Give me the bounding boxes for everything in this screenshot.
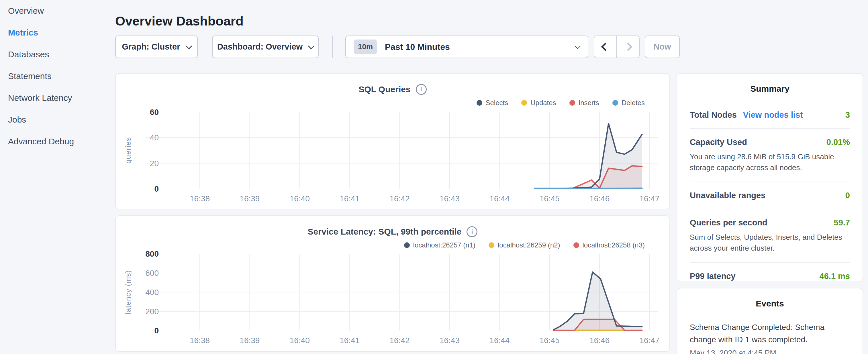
dashboard-dropdown-label: Dashboard: Overview — [217, 42, 303, 52]
svg-text:16:39: 16:39 — [240, 336, 260, 345]
event-item: Schema Change Completed: Schema change w… — [690, 321, 850, 354]
graph-dropdown[interactable]: Graph: Cluster — [115, 35, 198, 58]
svg-text:60: 60 — [150, 108, 159, 117]
stat-value: 0.01% — [827, 137, 850, 147]
svg-text:16:46: 16:46 — [589, 194, 610, 203]
svg-text:16:42: 16:42 — [390, 336, 410, 345]
svg-text:16:47: 16:47 — [640, 336, 660, 345]
stat-description: You are using 28.6 MiB of 515.9 GiB usab… — [690, 152, 850, 173]
stat-label: Queries per second — [690, 218, 767, 227]
time-step-buttons — [594, 35, 640, 58]
graph-dropdown-label: Graph: Cluster — [122, 42, 180, 52]
stat-value: 46.1 ms — [819, 271, 850, 281]
next-time-button[interactable] — [617, 35, 640, 58]
divider — [690, 182, 850, 182]
svg-text:200: 200 — [145, 307, 159, 316]
svg-text:16:45: 16:45 — [539, 194, 560, 203]
summary-card: Summary Total NodesView nodes list3Capac… — [677, 73, 863, 282]
summary-title: Summary — [690, 84, 850, 94]
svg-text:16:45: 16:45 — [539, 336, 560, 345]
sidebar-item-network-latency[interactable]: Network Latency — [8, 87, 111, 109]
stat-description: Sum of Selects, Updates, Inserts, and De… — [690, 232, 850, 254]
svg-text:16:38: 16:38 — [190, 194, 210, 203]
svg-text:400: 400 — [145, 288, 159, 297]
svg-text:16:43: 16:43 — [440, 194, 460, 203]
svg-text:16:47: 16:47 — [640, 194, 660, 203]
svg-text:16:41: 16:41 — [340, 336, 360, 345]
events-card: Events Schema Change Completed: Schema c… — [677, 288, 863, 354]
svg-text:16:40: 16:40 — [290, 336, 310, 345]
event-message: Schema Change Completed: Schema change w… — [690, 321, 850, 346]
sidebar-item-databases[interactable]: Databases — [8, 43, 111, 65]
svg-text:600: 600 — [145, 269, 159, 278]
svg-text:16:44: 16:44 — [490, 194, 509, 203]
events-title: Events — [690, 299, 850, 309]
now-button[interactable]: Now — [645, 35, 680, 58]
chevron-down-icon — [575, 43, 581, 49]
divider — [690, 209, 850, 210]
svg-text:16:40: 16:40 — [290, 194, 310, 203]
stat-label: Capacity Used — [690, 137, 747, 147]
stat-value: 59.7 — [834, 218, 850, 227]
svg-text:40: 40 — [150, 133, 159, 142]
summary-row-unavailable-ranges: Unavailable ranges0 — [690, 191, 850, 200]
svg-text:16:43: 16:43 — [440, 336, 460, 345]
svg-text:queries: queries — [124, 137, 132, 164]
summary-row-p99-latency: P99 latency46.1 ms — [690, 271, 850, 281]
chevron-right-icon — [624, 43, 632, 51]
sidebar: OverviewMetricsDatabasesStatementsNetwor… — [8, 0, 111, 152]
chart-card-sql-queries: SQL Queries i SelectsUpdatesInsertsDelet… — [115, 73, 670, 210]
sidebar-item-advanced-debug[interactable]: Advanced Debug — [8, 131, 111, 152]
sidebar-item-jobs[interactable]: Jobs — [8, 109, 111, 131]
time-range-label: Past 10 Minutes — [385, 42, 569, 52]
sidebar-item-overview[interactable]: Overview — [8, 0, 111, 22]
stat-label: Total Nodes — [690, 110, 737, 120]
stat-label: Unavailable ranges — [690, 191, 766, 200]
view-nodes-list-link[interactable]: View nodes list — [743, 110, 803, 120]
summary-row-capacity-used: Capacity Used0.01% — [690, 137, 850, 147]
svg-text:16:39: 16:39 — [240, 194, 260, 203]
svg-text:latency (ms): latency (ms) — [124, 270, 132, 314]
stat-label: P99 latency — [690, 271, 736, 281]
chart-card-service-latency: Service Latency: SQL, 99th percentile i … — [115, 215, 670, 352]
svg-text:800: 800 — [145, 250, 159, 258]
svg-text:16:42: 16:42 — [390, 194, 410, 203]
stat-value: 0 — [845, 191, 850, 200]
sql-queries-chart: 16:3816:3916:4016:4116:4216:4316:4416:45… — [116, 74, 670, 209]
sidebar-item-metrics[interactable]: Metrics — [8, 22, 111, 43]
divider — [690, 128, 850, 129]
sidebar-item-statements[interactable]: Statements — [8, 65, 111, 87]
svg-text:0: 0 — [154, 326, 159, 335]
svg-text:0: 0 — [154, 185, 159, 193]
time-range-dropdown[interactable]: 10m Past 10 Minutes — [345, 35, 588, 58]
stat-value: 3 — [845, 110, 850, 120]
dashboard-dropdown[interactable]: Dashboard: Overview — [212, 35, 319, 58]
chevron-left-icon — [601, 43, 610, 51]
time-range-badge: 10m — [354, 39, 377, 54]
controls-divider — [333, 35, 333, 58]
summary-row-total-nodes: Total NodesView nodes list3 — [690, 110, 850, 120]
svg-text:16:38: 16:38 — [190, 336, 210, 345]
page-title: Overview Dashboard — [115, 14, 244, 29]
svg-text:16:41: 16:41 — [340, 194, 360, 203]
svg-text:16:46: 16:46 — [589, 336, 610, 345]
chevron-down-icon — [185, 43, 192, 49]
svg-text:16:44: 16:44 — [490, 336, 509, 345]
summary-row-queries-per-second: Queries per second59.7 — [690, 218, 850, 227]
service-latency-chart: 16:3816:3916:4016:4116:4216:4316:4416:45… — [116, 216, 670, 351]
event-timestamp: May 13, 2020 at 4:45 PM — [690, 349, 850, 354]
divider — [690, 262, 850, 263]
prev-time-button[interactable] — [594, 35, 617, 58]
chevron-down-icon — [308, 43, 315, 49]
svg-text:20: 20 — [150, 159, 159, 168]
